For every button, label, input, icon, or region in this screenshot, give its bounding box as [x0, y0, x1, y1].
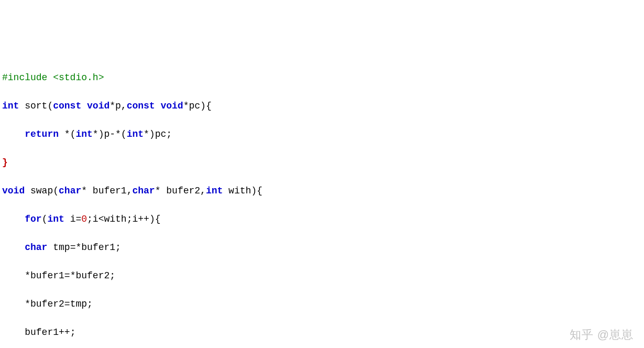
- code-line: void swap(char* bufer1,char* bufer2,int …: [2, 184, 644, 198]
- code-line: char tmp=*bufer1;: [2, 241, 644, 255]
- code-line: return *(int*)p-*(int*)pc;: [2, 127, 644, 142]
- code-line: for(int i=0;i<with;i++){: [2, 212, 644, 226]
- code-block: #include <stdio.h> int sort(const void*p…: [0, 0, 644, 348]
- code-line: bufer1++;: [2, 325, 644, 340]
- code-line: int sort(const void*p,const void*pc){: [2, 99, 644, 113]
- code-line: #include <stdio.h>: [2, 71, 644, 85]
- code-line: *bufer1=*bufer2;: [2, 269, 644, 283]
- code-line: }: [2, 156, 644, 170]
- watermark: 知乎 @崽崽: [570, 328, 634, 342]
- code-line: *bufer2=tmp;: [2, 297, 644, 311]
